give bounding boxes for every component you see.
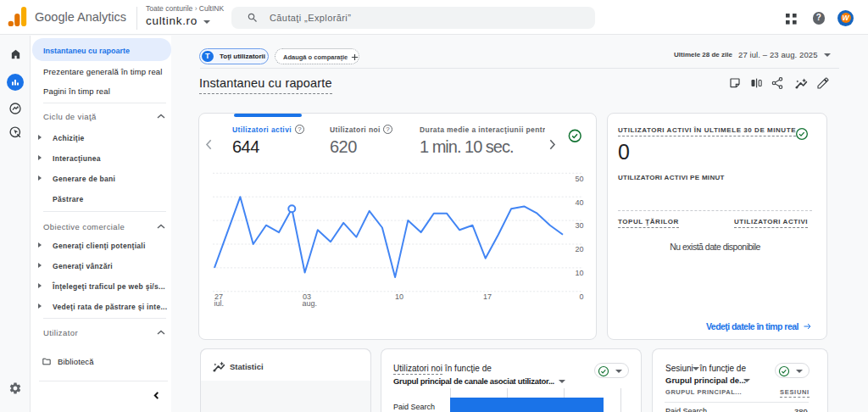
- svg-text:40: 40: [575, 198, 583, 207]
- svg-text:30: 30: [575, 221, 583, 230]
- svg-text:20: 20: [575, 245, 583, 253]
- svg-text:0: 0: [579, 292, 583, 301]
- svg-text:50: 50: [575, 175, 583, 183]
- svg-text:10: 10: [575, 269, 583, 277]
- svg-text:iul.: iul.: [214, 299, 225, 308]
- svg-text:10: 10: [395, 292, 403, 301]
- svg-text:17: 17: [483, 292, 492, 301]
- svg-text:aug.: aug.: [303, 299, 318, 308]
